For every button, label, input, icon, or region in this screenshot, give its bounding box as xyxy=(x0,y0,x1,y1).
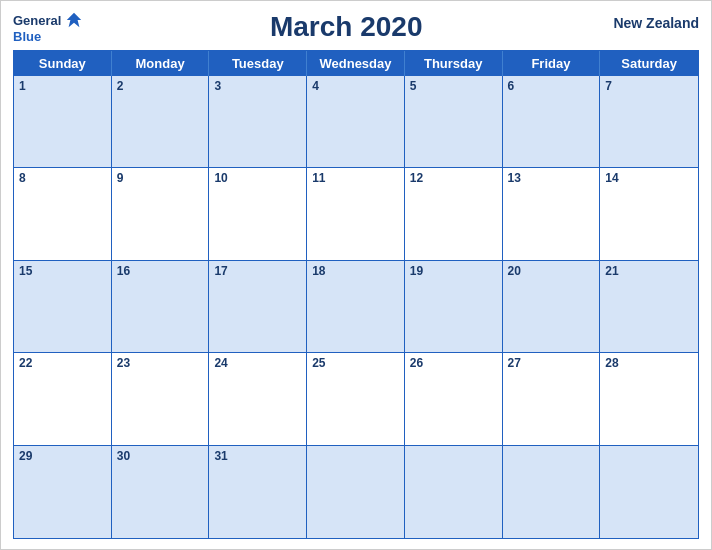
calendar-day-empty xyxy=(503,446,601,538)
calendar-day-19: 19 xyxy=(405,261,503,353)
day-header-monday: Monday xyxy=(112,51,210,76)
calendar-week-1: 1234567 xyxy=(14,76,698,168)
calendar-day-10: 10 xyxy=(209,168,307,260)
day-header-friday: Friday xyxy=(503,51,601,76)
calendar-day-11: 11 xyxy=(307,168,405,260)
calendar-title: March 2020 xyxy=(83,11,609,43)
calendar-day-31: 31 xyxy=(209,446,307,538)
calendar-day-21: 21 xyxy=(600,261,698,353)
calendar-day-25: 25 xyxy=(307,353,405,445)
calendar-header: General Blue March 2020 New Zealand xyxy=(13,11,699,44)
calendar-grid: SundayMondayTuesdayWednesdayThursdayFrid… xyxy=(13,50,699,539)
calendar-day-14: 14 xyxy=(600,168,698,260)
logo-bird-icon xyxy=(65,11,83,29)
calendar-day-20: 20 xyxy=(503,261,601,353)
calendar-week-2: 891011121314 xyxy=(14,168,698,260)
calendar-day-5: 5 xyxy=(405,76,503,168)
calendar-day-empty xyxy=(405,446,503,538)
calendar: General Blue March 2020 New Zealand Sund… xyxy=(0,0,712,550)
calendar-day-28: 28 xyxy=(600,353,698,445)
logo-blue-label: Blue xyxy=(13,29,41,44)
calendar-day-24: 24 xyxy=(209,353,307,445)
calendar-title-area: March 2020 xyxy=(83,11,609,43)
calendar-day-4: 4 xyxy=(307,76,405,168)
day-header-saturday: Saturday xyxy=(600,51,698,76)
calendar-day-30: 30 xyxy=(112,446,210,538)
logo-general: General xyxy=(13,13,61,28)
day-headers: SundayMondayTuesdayWednesdayThursdayFrid… xyxy=(14,51,698,76)
calendar-day-empty xyxy=(600,446,698,538)
calendar-day-27: 27 xyxy=(503,353,601,445)
calendar-day-3: 3 xyxy=(209,76,307,168)
calendar-day-15: 15 xyxy=(14,261,112,353)
region-label: New Zealand xyxy=(609,11,699,31)
calendar-weeks: 1234567891011121314151617181920212223242… xyxy=(14,76,698,538)
calendar-day-8: 8 xyxy=(14,168,112,260)
svg-marker-0 xyxy=(67,13,81,27)
day-header-tuesday: Tuesday xyxy=(209,51,307,76)
calendar-day-9: 9 xyxy=(112,168,210,260)
calendar-day-22: 22 xyxy=(14,353,112,445)
calendar-day-2: 2 xyxy=(112,76,210,168)
calendar-week-3: 15161718192021 xyxy=(14,261,698,353)
calendar-day-12: 12 xyxy=(405,168,503,260)
calendar-week-5: 293031 xyxy=(14,446,698,538)
calendar-day-29: 29 xyxy=(14,446,112,538)
calendar-day-26: 26 xyxy=(405,353,503,445)
logo-blue-text: Blue xyxy=(13,29,41,44)
calendar-day-6: 6 xyxy=(503,76,601,168)
calendar-day-17: 17 xyxy=(209,261,307,353)
calendar-week-4: 22232425262728 xyxy=(14,353,698,445)
calendar-day-empty xyxy=(307,446,405,538)
calendar-day-13: 13 xyxy=(503,168,601,260)
calendar-day-18: 18 xyxy=(307,261,405,353)
calendar-day-16: 16 xyxy=(112,261,210,353)
logo-area: General Blue xyxy=(13,11,83,44)
calendar-day-7: 7 xyxy=(600,76,698,168)
day-header-sunday: Sunday xyxy=(14,51,112,76)
day-header-wednesday: Wednesday xyxy=(307,51,405,76)
day-header-thursday: Thursday xyxy=(405,51,503,76)
calendar-day-1: 1 xyxy=(14,76,112,168)
calendar-day-23: 23 xyxy=(112,353,210,445)
logo-text: General xyxy=(13,11,83,29)
